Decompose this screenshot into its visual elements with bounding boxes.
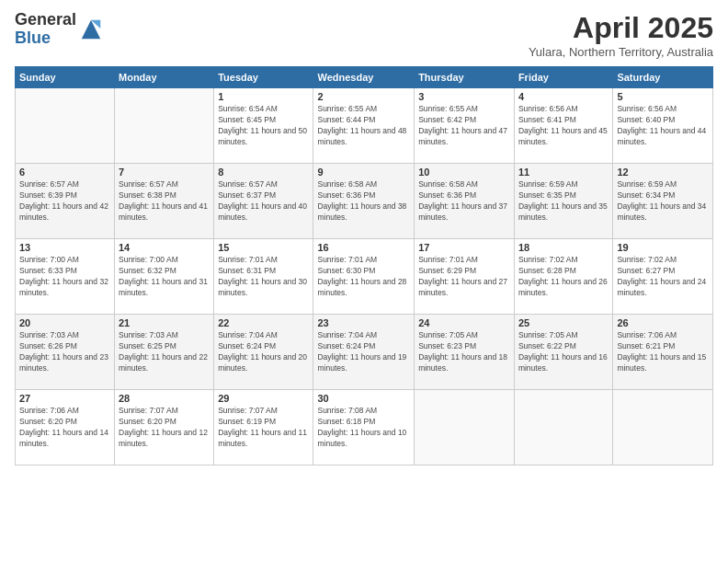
day-info: Sunrise: 6:57 AM Sunset: 6:37 PM Dayligh… xyxy=(218,179,309,224)
week-row-2: 6Sunrise: 6:57 AM Sunset: 6:39 PM Daylig… xyxy=(16,164,713,239)
day-info: Sunrise: 6:55 AM Sunset: 6:44 PM Dayligh… xyxy=(317,104,410,148)
day-number: 4 xyxy=(518,91,609,102)
day-number: 3 xyxy=(418,91,510,102)
day-number: 24 xyxy=(418,317,510,328)
calendar-body: 1Sunrise: 6:54 AM Sunset: 6:45 PM Daylig… xyxy=(16,88,713,465)
day-cell: 21Sunrise: 7:03 AM Sunset: 6:25 PM Dayli… xyxy=(115,315,214,390)
day-number: 25 xyxy=(518,317,609,328)
day-number: 21 xyxy=(119,317,210,328)
week-row-1: 1Sunrise: 6:54 AM Sunset: 6:45 PM Daylig… xyxy=(16,88,713,164)
day-number: 29 xyxy=(218,393,309,404)
day-number: 19 xyxy=(617,242,709,253)
day-number: 22 xyxy=(218,317,309,328)
day-cell xyxy=(115,88,214,164)
day-info: Sunrise: 7:06 AM Sunset: 6:20 PM Dayligh… xyxy=(19,406,110,450)
day-info: Sunrise: 7:01 AM Sunset: 6:31 PM Dayligh… xyxy=(218,255,309,299)
logo-icon xyxy=(78,17,104,42)
day-info: Sunrise: 7:03 AM Sunset: 6:25 PM Dayligh… xyxy=(119,330,210,374)
day-number: 6 xyxy=(19,167,110,178)
logo: General Blue xyxy=(15,11,104,48)
day-number: 13 xyxy=(19,242,110,253)
day-cell xyxy=(415,390,515,465)
day-number: 17 xyxy=(418,242,510,253)
day-cell: 26Sunrise: 7:06 AM Sunset: 6:21 PM Dayli… xyxy=(613,315,713,390)
day-cell xyxy=(514,390,612,465)
day-info: Sunrise: 7:00 AM Sunset: 6:32 PM Dayligh… xyxy=(119,255,210,299)
header-cell-tuesday: Tuesday xyxy=(214,67,313,88)
day-info: Sunrise: 6:55 AM Sunset: 6:42 PM Dayligh… xyxy=(418,104,510,148)
page: General Blue April 2025 Yulara, Northern… xyxy=(0,0,728,563)
day-cell xyxy=(613,390,713,465)
day-cell: 2Sunrise: 6:55 AM Sunset: 6:44 PM Daylig… xyxy=(313,88,415,164)
header-cell-wednesday: Wednesday xyxy=(313,67,415,88)
day-info: Sunrise: 6:57 AM Sunset: 6:39 PM Dayligh… xyxy=(19,179,110,224)
logo-blue: Blue xyxy=(15,29,51,47)
day-cell: 27Sunrise: 7:06 AM Sunset: 6:20 PM Dayli… xyxy=(16,390,115,465)
day-cell xyxy=(16,88,115,164)
day-cell: 8Sunrise: 6:57 AM Sunset: 6:37 PM Daylig… xyxy=(214,164,313,239)
day-cell: 9Sunrise: 6:58 AM Sunset: 6:36 PM Daylig… xyxy=(313,164,415,239)
day-cell: 13Sunrise: 7:00 AM Sunset: 6:33 PM Dayli… xyxy=(16,239,115,315)
header-cell-saturday: Saturday xyxy=(613,67,713,88)
day-info: Sunrise: 7:08 AM Sunset: 6:18 PM Dayligh… xyxy=(317,406,410,450)
day-info: Sunrise: 7:05 AM Sunset: 6:23 PM Dayligh… xyxy=(418,330,510,374)
day-info: Sunrise: 7:02 AM Sunset: 6:27 PM Dayligh… xyxy=(617,255,709,299)
day-number: 18 xyxy=(518,242,609,253)
header-cell-monday: Monday xyxy=(115,67,214,88)
day-number: 2 xyxy=(317,91,410,102)
week-row-3: 13Sunrise: 7:00 AM Sunset: 6:33 PM Dayli… xyxy=(16,239,713,315)
header-row: SundayMondayTuesdayWednesdayThursdayFrid… xyxy=(16,67,713,88)
day-info: Sunrise: 7:05 AM Sunset: 6:22 PM Dayligh… xyxy=(518,330,609,374)
week-row-4: 20Sunrise: 7:03 AM Sunset: 6:26 PM Dayli… xyxy=(16,315,713,390)
day-cell: 3Sunrise: 6:55 AM Sunset: 6:42 PM Daylig… xyxy=(415,88,515,164)
day-info: Sunrise: 7:01 AM Sunset: 6:29 PM Dayligh… xyxy=(418,255,510,299)
header: General Blue April 2025 Yulara, Northern… xyxy=(15,11,713,59)
calendar-header: SundayMondayTuesdayWednesdayThursdayFrid… xyxy=(16,67,713,88)
day-cell: 5Sunrise: 6:56 AM Sunset: 6:40 PM Daylig… xyxy=(613,88,713,164)
day-number: 23 xyxy=(317,317,410,328)
day-number: 30 xyxy=(317,393,410,404)
day-cell: 7Sunrise: 6:57 AM Sunset: 6:38 PM Daylig… xyxy=(115,164,214,239)
day-number: 8 xyxy=(218,167,309,178)
day-number: 20 xyxy=(19,317,110,328)
location-title: Yulara, Northern Territory, Australia xyxy=(529,45,713,59)
day-cell: 11Sunrise: 6:59 AM Sunset: 6:35 PM Dayli… xyxy=(514,164,612,239)
day-info: Sunrise: 7:02 AM Sunset: 6:28 PM Dayligh… xyxy=(518,255,609,299)
day-number: 1 xyxy=(218,91,309,102)
day-number: 7 xyxy=(119,167,210,178)
day-info: Sunrise: 6:56 AM Sunset: 6:41 PM Dayligh… xyxy=(518,104,609,148)
day-cell: 15Sunrise: 7:01 AM Sunset: 6:31 PM Dayli… xyxy=(214,239,313,315)
day-cell: 25Sunrise: 7:05 AM Sunset: 6:22 PM Dayli… xyxy=(514,315,612,390)
month-title: April 2025 xyxy=(529,11,713,45)
day-info: Sunrise: 6:56 AM Sunset: 6:40 PM Dayligh… xyxy=(617,104,709,148)
day-info: Sunrise: 7:03 AM Sunset: 6:26 PM Dayligh… xyxy=(19,330,110,374)
day-number: 15 xyxy=(218,242,309,253)
day-number: 9 xyxy=(317,167,410,178)
day-info: Sunrise: 7:01 AM Sunset: 6:30 PM Dayligh… xyxy=(317,255,410,299)
title-block: April 2025 Yulara, Northern Territory, A… xyxy=(529,11,713,59)
day-number: 27 xyxy=(19,393,110,404)
day-info: Sunrise: 7:06 AM Sunset: 6:21 PM Dayligh… xyxy=(617,330,709,374)
calendar-table: SundayMondayTuesdayWednesdayThursdayFrid… xyxy=(15,66,713,465)
day-number: 5 xyxy=(617,91,709,102)
day-info: Sunrise: 6:58 AM Sunset: 6:36 PM Dayligh… xyxy=(317,179,410,224)
day-info: Sunrise: 6:57 AM Sunset: 6:38 PM Dayligh… xyxy=(119,179,210,224)
day-info: Sunrise: 7:07 AM Sunset: 6:20 PM Dayligh… xyxy=(119,406,210,450)
day-info: Sunrise: 6:59 AM Sunset: 6:35 PM Dayligh… xyxy=(518,179,609,224)
day-cell: 18Sunrise: 7:02 AM Sunset: 6:28 PM Dayli… xyxy=(514,239,612,315)
day-number: 14 xyxy=(119,242,210,253)
week-row-5: 27Sunrise: 7:06 AM Sunset: 6:20 PM Dayli… xyxy=(16,390,713,465)
day-info: Sunrise: 7:07 AM Sunset: 6:19 PM Dayligh… xyxy=(218,406,309,450)
day-info: Sunrise: 6:59 AM Sunset: 6:34 PM Dayligh… xyxy=(617,179,709,224)
day-number: 16 xyxy=(317,242,410,253)
day-cell: 28Sunrise: 7:07 AM Sunset: 6:20 PM Dayli… xyxy=(115,390,214,465)
day-info: Sunrise: 6:54 AM Sunset: 6:45 PM Dayligh… xyxy=(218,104,309,148)
day-cell: 16Sunrise: 7:01 AM Sunset: 6:30 PM Dayli… xyxy=(313,239,415,315)
day-number: 26 xyxy=(617,317,709,328)
day-info: Sunrise: 7:04 AM Sunset: 6:24 PM Dayligh… xyxy=(317,330,410,374)
day-cell: 4Sunrise: 6:56 AM Sunset: 6:41 PM Daylig… xyxy=(514,88,612,164)
day-cell: 19Sunrise: 7:02 AM Sunset: 6:27 PM Dayli… xyxy=(613,239,713,315)
day-cell: 20Sunrise: 7:03 AM Sunset: 6:26 PM Dayli… xyxy=(16,315,115,390)
day-number: 10 xyxy=(418,167,510,178)
day-info: Sunrise: 7:00 AM Sunset: 6:33 PM Dayligh… xyxy=(19,255,110,299)
